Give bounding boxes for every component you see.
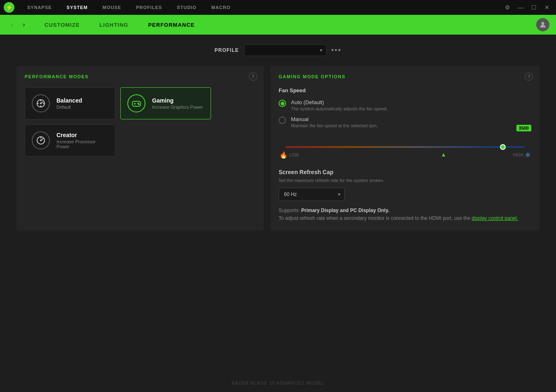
maximize-button[interactable]: ☐ <box>528 2 540 13</box>
radio-manual-circle <box>279 117 286 124</box>
support-secondary: To adjust refresh rate when a secondary … <box>279 215 470 221</box>
screen-refresh-desc: Set the maximum refresh rate for the sys… <box>279 178 531 183</box>
performance-modes-help[interactable]: ? <box>249 72 257 81</box>
nav-forward-arrow[interactable]: › <box>18 19 30 30</box>
mode-card-row-1: Balanced Default <box>25 87 256 119</box>
radio-auto-circle <box>279 100 286 107</box>
balanced-name: Balanced <box>56 97 82 104</box>
screen-refresh-section: Screen Refresh Cap Set the maximum refre… <box>279 169 531 222</box>
svg-text:⚡: ⚡ <box>6 4 13 11</box>
radio-manual-text: Manual Maintain the fan speed at the sel… <box>291 116 378 128</box>
nav-mouse[interactable]: MOUSE <box>95 0 129 15</box>
support-prefix: Supports: <box>279 208 300 213</box>
radio-auto[interactable]: Auto (Default) The system automatically … <box>279 99 531 111</box>
nav-macro[interactable]: MACRO <box>204 0 238 15</box>
gaming-mode-options-panel: GAMING MODE OPTIONS ? Fan Speed Auto (De… <box>270 66 540 231</box>
radio-auto-title: Auto (Default) <box>291 99 388 105</box>
mode-card-creator[interactable]: Creator Increase Processor Power <box>25 124 115 156</box>
refresh-support-text: Supports: Primary Display and PC Display… <box>279 207 531 222</box>
screen-refresh-title: Screen Refresh Cap <box>279 169 531 175</box>
subnav-lighting[interactable]: LIGHTING <box>89 15 138 35</box>
minimize-button[interactable]: — <box>515 2 526 13</box>
main-content: PROFILE ••• PERFORMANCE MODES ? <box>0 35 556 392</box>
gaming-name: Gaming <box>152 97 203 104</box>
subnav-customize[interactable]: CUSTOMIZE <box>35 15 89 35</box>
footer-text: RAZER BLADE 15 ADVANCED MODEL <box>232 380 325 385</box>
radio-manual[interactable]: Manual Maintain the fan speed at the sel… <box>279 116 531 128</box>
radio-auto-text: Auto (Default) The system automatically … <box>291 99 388 111</box>
svg-line-9 <box>41 102 43 103</box>
creator-name: Creator <box>56 132 108 138</box>
slider-low-label: 🔥 LOW <box>279 151 299 159</box>
refresh-dropdown-wrapper: 60 Hz 120 Hz 165 Hz 240 Hz <box>279 188 345 201</box>
nav-profiles[interactable]: PROFILES <box>129 0 169 15</box>
fan-speed-slider-container: 3500 🔥 LOW ▲ HIGH <box>279 135 531 159</box>
mode-card-row-2: Creator Increase Processor Power <box>25 124 256 156</box>
gaming-icon <box>127 94 145 112</box>
mode-card-gaming[interactable]: Gaming Increase Graphics Power <box>120 87 211 119</box>
user-avatar[interactable] <box>536 18 549 31</box>
settings-button[interactable]: ⚙ <box>502 2 513 13</box>
radio-manual-subtitle: Maintain the fan speed at the selected r… <box>291 123 378 128</box>
profile-dropdown-wrapper <box>244 44 326 56</box>
subnav-performance[interactable]: PERFORMANCE <box>138 15 204 35</box>
mode-cards: Balanced Default <box>25 87 256 156</box>
close-button[interactable]: ✕ <box>541 2 553 13</box>
balanced-desc: Default <box>56 105 82 110</box>
title-nav: SYNAPSE SYSTEM MOUSE PROFILES STUDIO MAC… <box>20 0 500 15</box>
refresh-rate-dropdown[interactable]: 60 Hz 120 Hz 165 Hz 240 Hz <box>279 188 345 201</box>
gaming-mode-options-title: GAMING MODE OPTIONS <box>279 74 531 79</box>
gaming-mode-options-help[interactable]: ? <box>525 72 533 81</box>
creator-text: Creator Increase Processor Power <box>56 132 108 149</box>
balanced-text: Balanced Default <box>56 97 82 110</box>
performance-modes-panel: PERFORMANCE MODES ? <box>16 66 264 231</box>
nav-synapse[interactable]: SYNAPSE <box>20 0 59 15</box>
mode-card-balanced[interactable]: Balanced Default <box>25 87 115 119</box>
slider-high-label: HIGH ❄ <box>513 151 530 159</box>
svg-point-14 <box>138 104 139 105</box>
gaming-text: Gaming Increase Graphics Power <box>152 97 203 110</box>
window-controls: ⚙ — ☐ ✕ <box>502 2 553 13</box>
panels: PERFORMANCE MODES ? <box>16 66 540 231</box>
performance-modes-title: PERFORMANCE MODES <box>25 74 256 79</box>
profile-dropdown[interactable] <box>244 44 326 56</box>
sub-nav-items: CUSTOMIZE LIGHTING PERFORMANCE <box>35 15 536 35</box>
svg-point-2 <box>542 22 544 25</box>
title-bar: ⚡ SYNAPSE SYSTEM MOUSE PROFILES STUDIO M… <box>0 0 556 15</box>
radio-auto-subtitle: The system automatically adjusts the fan… <box>291 106 388 111</box>
gaming-desc: Increase Graphics Power <box>152 105 203 110</box>
nav-back-arrow[interactable]: ‹ <box>7 19 18 30</box>
fan-speed-label: Fan Speed <box>279 87 531 93</box>
nav-system[interactable]: SYSTEM <box>59 0 95 15</box>
creator-icon <box>32 131 50 149</box>
razer-logo: ⚡ <box>3 2 15 13</box>
svg-line-18 <box>41 138 43 140</box>
balanced-icon <box>32 94 50 112</box>
fan-speed-value-badge: 3500 <box>516 125 531 131</box>
radio-manual-title: Manual <box>291 116 378 122</box>
nav-studio[interactable]: STUDIO <box>169 0 204 15</box>
slider-labels: 🔥 LOW ▲ HIGH ❄ <box>279 151 531 159</box>
profile-more-button[interactable]: ••• <box>331 46 342 55</box>
sub-nav: ‹ › CUSTOMIZE LIGHTING PERFORMANCE <box>0 15 556 35</box>
profile-label: PROFILE <box>215 47 239 53</box>
support-bold: Primary Display and PC Display Only. <box>301 208 389 213</box>
profile-row: PROFILE ••• <box>16 44 540 56</box>
creator-desc: Increase Processor Power <box>56 139 108 149</box>
display-control-panel-link[interactable]: display control panel. <box>472 215 518 221</box>
footer: RAZER BLADE 15 ADVANCED MODEL <box>0 380 556 385</box>
